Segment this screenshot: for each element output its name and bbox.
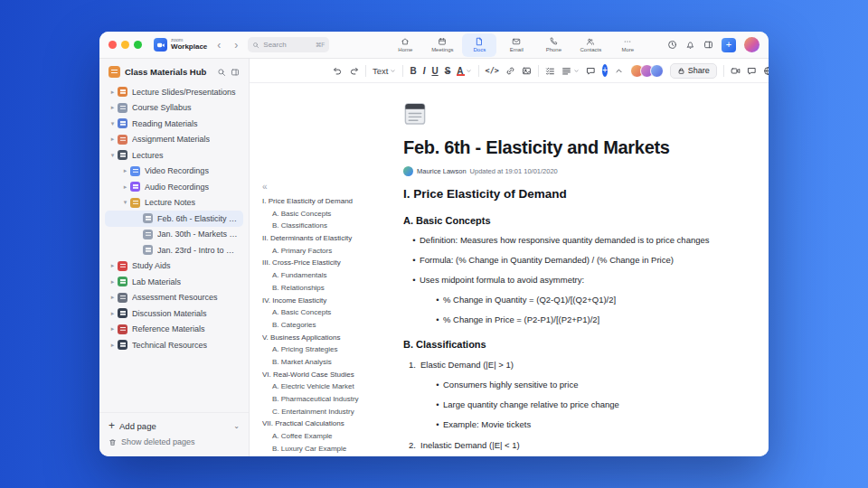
doc-editor[interactable]: Feb. 6th - Elasticity and Markets Mauric…	[387, 83, 769, 456]
bullet-list-item[interactable]: •% Change in Quantity = (Q2-Q1)/[(Q2+Q1)…	[403, 295, 736, 305]
chevron-right-icon[interactable]: ▸	[121, 167, 129, 174]
outline-item[interactable]: C. Entertainment Industry	[262, 408, 383, 416]
chevron-right-icon[interactable]: ▸	[108, 104, 117, 111]
video-call-button[interactable]	[731, 66, 741, 76]
numbered-list-item[interactable]: 1.Elastic Demand (|E| > 1)	[403, 360, 736, 371]
insert-block-button[interactable]: +	[602, 64, 608, 77]
tab-phone[interactable]: Phone	[536, 33, 571, 57]
outline-item[interactable]: II. Determinants of Elasticity	[262, 234, 383, 242]
sidebar-item[interactable]: ▸Technical Resources	[105, 337, 243, 353]
forward-button[interactable]: ›	[231, 40, 241, 51]
bullet-list-item[interactable]: •Large quantity change relative to price…	[403, 399, 736, 410]
code-button[interactable]: </>	[486, 66, 499, 75]
notifications-bell-icon[interactable]	[685, 40, 695, 50]
collapse-toolbar-button[interactable]	[614, 66, 624, 76]
chevron-down-icon[interactable]: ▾	[121, 199, 129, 206]
minimize-window-button[interactable]	[121, 41, 129, 49]
chevron-right-icon[interactable]: ▸	[108, 294, 117, 301]
tab-contacts[interactable]: Contacts	[573, 33, 608, 57]
chevron-right-icon[interactable]: ▸	[108, 136, 117, 143]
bullet-list-item[interactable]: •Formula: (% Change in Quantity Demanded…	[403, 255, 736, 266]
bullet-list-item[interactable]: •% Change in Price = (P2-P1)/[(P2+P1)/2]	[403, 314, 736, 325]
tab-home[interactable]: Home	[388, 33, 422, 57]
outline-item[interactable]: VI. Real-World Case Studies	[262, 371, 383, 379]
link-button[interactable]	[505, 66, 515, 76]
comment-button[interactable]	[586, 66, 596, 76]
bold-button[interactable]: B	[410, 66, 416, 76]
sidebar-toggle-icon[interactable]	[703, 40, 713, 50]
sidebar-search-icon[interactable]	[217, 68, 226, 77]
align-button[interactable]	[561, 66, 580, 76]
outline-item[interactable]: B. Classifications	[262, 221, 383, 230]
comments-panel-button[interactable]	[747, 66, 757, 76]
italic-button[interactable]: I	[423, 66, 426, 76]
tab-more[interactable]: More	[610, 33, 645, 57]
sidebar-item[interactable]: ▸Reference Materials	[105, 322, 243, 338]
chevron-right-icon[interactable]: ▸	[108, 342, 117, 349]
sidebar-item[interactable]: ▸Lecture Slides/Presentations	[105, 84, 243, 100]
sidebar-item[interactable]: ▸Audio Recordings	[105, 179, 243, 195]
chevron-down-icon[interactable]: ▾	[108, 120, 117, 127]
new-item-button[interactable]: +	[722, 38, 736, 52]
tab-meetings[interactable]: Meetings	[425, 33, 459, 57]
outline-item[interactable]: A. Basic Concepts	[262, 210, 383, 218]
global-search-input[interactable]: Search ⌘F	[248, 37, 329, 52]
chevron-down-icon[interactable]: ⌄	[233, 422, 240, 430]
chevron-down-icon[interactable]: ▾	[108, 152, 117, 159]
bullet-list-item[interactable]: •Uses midpoint formula to avoid asymmetr…	[403, 275, 736, 286]
sidebar-item[interactable]: ▾Lecture Notes	[105, 195, 243, 211]
add-page-button[interactable]: + Add page ⌄	[108, 418, 240, 433]
back-button[interactable]: ‹	[213, 40, 224, 51]
chevron-right-icon[interactable]: ▸	[108, 89, 117, 96]
outline-item[interactable]: A. Primary Factors	[262, 247, 383, 255]
sidebar-collapse-icon[interactable]	[231, 68, 240, 77]
sidebar-item[interactable]: Jan. 30th - Markets and P...	[105, 227, 243, 243]
outline-item[interactable]: A. Fundamentals	[262, 271, 383, 279]
bullet-list-item[interactable]: •Consumers highly sensitive to price	[403, 380, 736, 390]
sidebar-item[interactable]: ▾Lectures	[105, 147, 243, 164]
sidebar-item[interactable]: ▸Lab Materials	[105, 274, 243, 290]
sidebar-item[interactable]: ▸Course Syllabus	[105, 100, 243, 117]
subsection-heading[interactable]: A. Basic Concepts	[403, 215, 736, 226]
language-button[interactable]	[763, 66, 769, 76]
chevron-right-icon[interactable]: ▸	[108, 278, 117, 286]
doc-title[interactable]: Feb. 6th - Elasticity and Markets	[403, 137, 736, 158]
outline-item[interactable]: B. Categories	[262, 321, 383, 329]
outline-item[interactable]: B. Market Analysis	[262, 358, 383, 366]
outline-item[interactable]: A. Basic Concepts	[262, 308, 383, 316]
chevron-right-icon[interactable]: ▸	[108, 310, 117, 317]
underline-button[interactable]: U	[431, 66, 438, 76]
outline-item[interactable]: B. Luxury Car Example	[262, 445, 383, 453]
chevron-right-icon[interactable]: ▸	[121, 183, 129, 191]
bullet-list-item[interactable]: •Example: Movie tickets	[403, 419, 736, 430]
outline-item[interactable]: A. Coffee Example	[262, 432, 383, 440]
chevron-right-icon[interactable]: ▸	[108, 262, 117, 269]
outline-item[interactable]: A. Pricing Strategies	[262, 345, 383, 353]
sidebar-item[interactable]: ▸Discussion Materials	[105, 305, 243, 322]
bullet-list-item[interactable]: •Definition: Measures how responsive qua…	[403, 235, 736, 246]
checklist-button[interactable]	[545, 66, 555, 76]
outline-item[interactable]: IV. Income Elasticity	[262, 296, 383, 305]
numbered-list-item[interactable]: 2.Inelastic Demand (|E| < 1)	[403, 440, 736, 451]
sidebar-item[interactable]: Feb. 6th - Elasticity and M...	[105, 211, 243, 227]
tab-email[interactable]: Email	[499, 33, 533, 57]
sidebar-item[interactable]: Jan. 23rd - Intro to Econo...	[105, 242, 243, 258]
text-color-button[interactable]: A	[457, 66, 471, 76]
tab-docs[interactable]: Docs	[462, 33, 496, 57]
maximize-window-button[interactable]	[134, 41, 142, 49]
text-style-dropdown[interactable]: Text	[373, 66, 396, 76]
user-avatar[interactable]	[744, 37, 760, 52]
collaborator-avatar[interactable]	[650, 64, 664, 78]
image-button[interactable]	[522, 66, 532, 76]
strikethrough-button[interactable]: S	[445, 66, 451, 76]
outline-item[interactable]: V. Business Applications	[262, 333, 383, 342]
subsection-heading[interactable]: B. Classifications	[403, 339, 736, 350]
sidebar-item[interactable]: ▸Study Aids	[105, 258, 243, 275]
outline-item[interactable]: III. Cross-Price Elasticity	[262, 258, 383, 267]
sidebar-item[interactable]: ▸Assignment Materials	[105, 132, 243, 148]
outline-item[interactable]: I. Price Elasticity of Demand	[262, 197, 383, 205]
undo-button[interactable]	[333, 66, 343, 76]
outline-collapse-button[interactable]: «	[262, 183, 268, 192]
share-button[interactable]: Share	[670, 63, 717, 79]
outline-item[interactable]: B. Relationships	[262, 284, 383, 292]
